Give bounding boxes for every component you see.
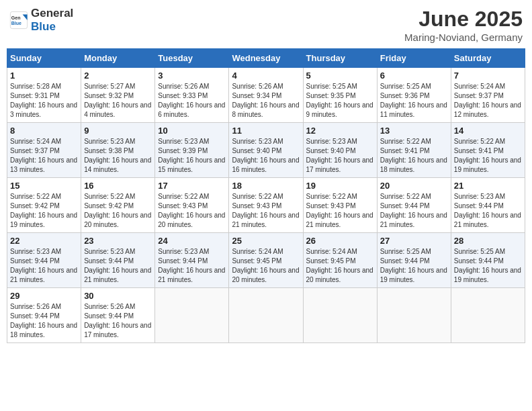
daylight-label: Daylight: 16 hours and 18 minutes. <box>10 322 77 338</box>
day-number: 28 <box>454 236 522 246</box>
calendar-cell: 6 Sunrise: 5:25 AM Sunset: 9:36 PM Dayli… <box>377 68 451 123</box>
sunset-label: Sunset: 9:44 PM <box>10 312 60 320</box>
calendar-cell <box>377 288 451 343</box>
sunset-label: Sunset: 9:45 PM <box>232 257 281 265</box>
daylight-label: Daylight: 16 hours and 6 minutes. <box>158 101 225 118</box>
daylight-label: Daylight: 16 hours and 21 minutes. <box>232 212 299 228</box>
sunset-label: Sunset: 9:33 PM <box>158 92 208 99</box>
sunrise-label: Sunrise: 5:26 AM <box>10 303 61 310</box>
daylight-label: Daylight: 16 hours and 19 minutes. <box>380 267 447 283</box>
sunset-label: Sunset: 9:44 PM <box>84 257 134 265</box>
calendar-week-1: 1 Sunrise: 5:28 AM Sunset: 9:31 PM Dayli… <box>7 68 525 123</box>
sunrise-label: Sunrise: 5:24 AM <box>306 248 357 255</box>
day-number: 2 <box>84 71 152 81</box>
calendar-cell: 26 Sunrise: 5:24 AM Sunset: 9:45 PM Dayl… <box>303 233 377 288</box>
sunset-label: Sunset: 9:44 PM <box>380 202 430 210</box>
sunrise-label: Sunrise: 5:22 AM <box>380 193 431 200</box>
sunrise-label: Sunrise: 5:22 AM <box>84 193 135 200</box>
day-info: Sunrise: 5:24 AM Sunset: 9:45 PM Dayligh… <box>306 247 374 285</box>
day-info: Sunrise: 5:27 AM Sunset: 9:32 PM Dayligh… <box>84 82 152 120</box>
sunset-label: Sunset: 9:44 PM <box>84 312 134 320</box>
sunrise-label: Sunrise: 5:23 AM <box>84 138 135 145</box>
calendar-cell <box>229 288 303 343</box>
daylight-label: Daylight: 16 hours and 21 minutes. <box>306 212 373 228</box>
logo-icon: Gen Blue <box>9 11 28 30</box>
day-info: Sunrise: 5:23 AM Sunset: 9:40 PM Dayligh… <box>232 137 300 175</box>
day-number: 13 <box>380 126 448 136</box>
day-info: Sunrise: 5:26 AM Sunset: 9:34 PM Dayligh… <box>232 82 300 120</box>
day-info: Sunrise: 5:24 AM Sunset: 9:37 PM Dayligh… <box>10 137 78 175</box>
sunrise-label: Sunrise: 5:23 AM <box>454 193 505 200</box>
header-thursday: Thursday <box>303 49 377 68</box>
calendar-week-2: 8 Sunrise: 5:24 AM Sunset: 9:37 PM Dayli… <box>7 123 525 178</box>
sunrise-label: Sunrise: 5:26 AM <box>158 83 209 90</box>
daylight-label: Daylight: 16 hours and 21 minutes. <box>158 267 225 283</box>
svg-text:Gen: Gen <box>11 15 21 20</box>
sunrise-label: Sunrise: 5:23 AM <box>158 248 209 255</box>
sunrise-label: Sunrise: 5:22 AM <box>306 193 357 200</box>
day-info: Sunrise: 5:25 AM Sunset: 9:35 PM Dayligh… <box>306 82 374 120</box>
day-number: 4 <box>232 71 300 81</box>
calendar-week-4: 22 Sunrise: 5:23 AM Sunset: 9:44 PM Dayl… <box>7 233 525 288</box>
daylight-label: Daylight: 16 hours and 21 minutes. <box>10 267 77 283</box>
sunset-label: Sunset: 9:41 PM <box>380 147 430 154</box>
day-number: 10 <box>158 126 226 136</box>
sunset-label: Sunset: 9:36 PM <box>380 92 430 99</box>
daylight-label: Daylight: 16 hours and 17 minutes. <box>306 156 373 173</box>
day-info: Sunrise: 5:23 AM Sunset: 9:40 PM Dayligh… <box>306 137 374 175</box>
sunrise-label: Sunrise: 5:22 AM <box>158 193 209 200</box>
day-number: 11 <box>232 126 300 136</box>
daylight-label: Daylight: 16 hours and 20 minutes. <box>84 212 151 228</box>
calendar-cell: 19 Sunrise: 5:22 AM Sunset: 9:43 PM Dayl… <box>303 178 377 233</box>
calendar-cell: 1 Sunrise: 5:28 AM Sunset: 9:31 PM Dayli… <box>7 68 81 123</box>
daylight-label: Daylight: 16 hours and 21 minutes. <box>380 212 447 228</box>
day-info: Sunrise: 5:23 AM Sunset: 9:39 PM Dayligh… <box>158 137 226 175</box>
day-number: 30 <box>84 291 152 301</box>
sunset-label: Sunset: 9:40 PM <box>232 147 281 154</box>
day-number: 15 <box>10 181 78 191</box>
daylight-label: Daylight: 16 hours and 20 minutes. <box>232 267 299 283</box>
day-number: 19 <box>306 181 374 191</box>
daylight-label: Daylight: 16 hours and 19 minutes. <box>454 156 521 173</box>
calendar-cell: 15 Sunrise: 5:22 AM Sunset: 9:42 PM Dayl… <box>7 178 81 233</box>
day-info: Sunrise: 5:26 AM Sunset: 9:44 PM Dayligh… <box>84 302 152 340</box>
calendar-title: June 2025 <box>404 7 523 32</box>
calendar-cell: 25 Sunrise: 5:24 AM Sunset: 9:45 PM Dayl… <box>229 233 303 288</box>
day-info: Sunrise: 5:22 AM Sunset: 9:43 PM Dayligh… <box>232 192 300 230</box>
calendar-cell: 16 Sunrise: 5:22 AM Sunset: 9:42 PM Dayl… <box>81 178 155 233</box>
sunset-label: Sunset: 9:37 PM <box>454 92 504 99</box>
calendar-cell: 29 Sunrise: 5:26 AM Sunset: 9:44 PM Dayl… <box>7 288 81 343</box>
day-number: 6 <box>380 71 448 81</box>
sunrise-label: Sunrise: 5:23 AM <box>232 138 283 145</box>
day-info: Sunrise: 5:25 AM Sunset: 9:36 PM Dayligh… <box>380 82 448 120</box>
daylight-label: Daylight: 16 hours and 13 minutes. <box>10 156 77 173</box>
calendar-cell: 20 Sunrise: 5:22 AM Sunset: 9:44 PM Dayl… <box>377 178 451 233</box>
day-number: 25 <box>232 236 300 246</box>
calendar-week-3: 15 Sunrise: 5:22 AM Sunset: 9:42 PM Dayl… <box>7 178 525 233</box>
daylight-label: Daylight: 16 hours and 3 minutes. <box>10 101 77 118</box>
calendar-cell <box>303 288 377 343</box>
day-number: 23 <box>84 236 152 246</box>
calendar-cell: 17 Sunrise: 5:22 AM Sunset: 9:43 PM Dayl… <box>155 178 229 233</box>
sunset-label: Sunset: 9:41 PM <box>454 147 504 154</box>
day-number: 9 <box>84 126 152 136</box>
calendar-cell: 5 Sunrise: 5:25 AM Sunset: 9:35 PM Dayli… <box>303 68 377 123</box>
day-number: 1 <box>10 71 78 81</box>
day-number: 7 <box>454 71 522 81</box>
day-info: Sunrise: 5:22 AM Sunset: 9:41 PM Dayligh… <box>380 137 448 175</box>
day-number: 5 <box>306 71 374 81</box>
day-info: Sunrise: 5:22 AM Sunset: 9:42 PM Dayligh… <box>84 192 152 230</box>
sunset-label: Sunset: 9:38 PM <box>84 147 134 154</box>
day-number: 20 <box>380 181 448 191</box>
calendar-cell: 23 Sunrise: 5:23 AM Sunset: 9:44 PM Dayl… <box>81 233 155 288</box>
daylight-label: Daylight: 16 hours and 21 minutes. <box>454 212 521 228</box>
daylight-label: Daylight: 16 hours and 20 minutes. <box>158 212 225 228</box>
header-monday: Monday <box>81 49 155 68</box>
sunrise-label: Sunrise: 5:26 AM <box>84 303 135 310</box>
calendar-header-row: SundayMondayTuesdayWednesdayThursdayFrid… <box>7 49 525 68</box>
sunset-label: Sunset: 9:40 PM <box>306 147 356 154</box>
sunset-label: Sunset: 9:43 PM <box>306 202 356 210</box>
day-info: Sunrise: 5:22 AM Sunset: 9:43 PM Dayligh… <box>158 192 226 230</box>
calendar-cell: 2 Sunrise: 5:27 AM Sunset: 9:32 PM Dayli… <box>81 68 155 123</box>
sunset-label: Sunset: 9:44 PM <box>158 257 208 265</box>
